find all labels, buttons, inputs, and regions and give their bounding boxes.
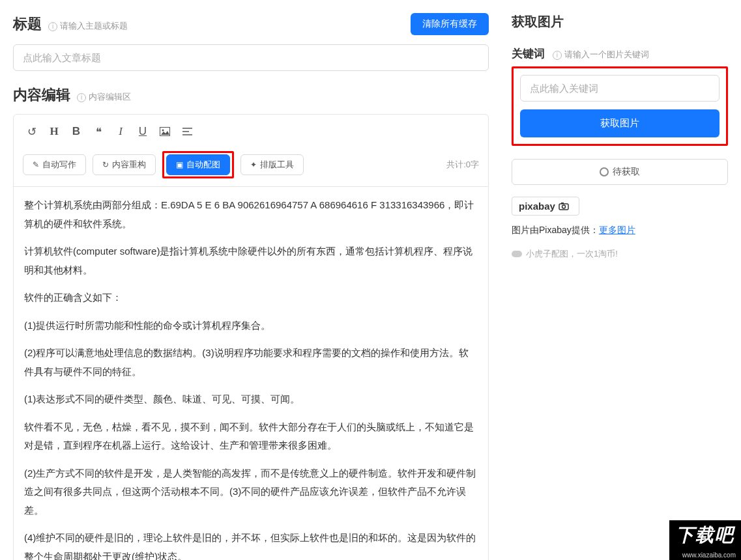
provider-prefix: 图片由Pixabay提供： — [512, 225, 599, 235]
content-paragraph: (4)维护不同的硬件是旧的，理论上软件是旧的，并不坏，但实际上软件也是旧的和坏的… — [24, 529, 478, 560]
restructure-button[interactable]: ↻内容重构 — [93, 154, 156, 175]
toolbar: ↺ H B ❝ I U ✎自动写作 ↻内容重构 ▣自动配图 ✦排版工具 共计:0… — [13, 114, 489, 187]
circle-icon — [600, 167, 609, 176]
keyword-label: 关键词 — [512, 48, 545, 60]
refresh-icon: ↻ — [102, 160, 109, 169]
footer-note-text: 小虎子配图，一次1淘币! — [526, 248, 618, 260]
title-input[interactable] — [13, 44, 489, 71]
keyword-section: 关键词 i请输入一个图片关键词 — [512, 46, 728, 61]
content-editor[interactable]: 整个计算机系统由两部分组成：E.69DA 5 E 6 BA 9062616964… — [13, 187, 489, 560]
content-paragraph: 计算机软件(computer software)是指计算机系统中除硬件以外的所有… — [24, 242, 478, 279]
keyword-input[interactable] — [520, 75, 719, 102]
format-toolbar: ↺ H B ❝ I U — [23, 120, 479, 147]
clear-cache-button[interactable]: 清除所有缓存 — [411, 13, 489, 35]
title-left: 标题 i请输入主题或标题 — [13, 14, 128, 34]
content-paragraph: 软件看不见，无色，枯燥，看不见，摸不到，闻不到。软件大部分存在于人们的头脑或纸上… — [24, 418, 478, 455]
get-image-button[interactable]: 获取图片 — [520, 109, 719, 137]
auto-image-button[interactable]: ▣自动配图 — [166, 154, 230, 175]
keyword-hint: i请输入一个图片关键词 — [553, 49, 649, 59]
wait-label: 待获取 — [613, 166, 640, 178]
content-section: 内容编辑 i内容编辑区 ↺ H B ❝ I U ✎自动写作 ↻内容重构 ▣自动配… — [13, 85, 489, 560]
action-toolbar: ✎自动写作 ↻内容重构 ▣自动配图 ✦排版工具 共计:0字 — [23, 147, 479, 181]
underline-icon[interactable]: U — [134, 122, 152, 141]
pixabay-text: pixabay — [519, 201, 555, 212]
picture-icon: ▣ — [176, 160, 183, 169]
tool-icon: ✦ — [250, 160, 257, 169]
content-paragraph: (2)程序可以满意地处理信息的数据结构。(3)说明程序功能要求和程序需要的文档的… — [24, 344, 478, 381]
watermark-url: www.xiazaiba.com — [669, 550, 741, 560]
auto-write-label: 自动写作 — [42, 159, 76, 171]
highlight-box: ▣自动配图 — [162, 151, 234, 178]
bold-icon[interactable]: B — [67, 122, 85, 141]
title-hint: i请输入主题或标题 — [48, 20, 128, 32]
auto-write-button[interactable]: ✎自动写作 — [23, 154, 86, 175]
main-column: 标题 i请输入主题或标题 清除所有缓存 内容编辑 i内容编辑区 ↺ H B ❝ … — [0, 0, 502, 560]
content-paragraph: 整个计算机系统由两部分组成：E.69DA 5 E 6 BA 9062616964… — [24, 196, 478, 233]
svg-rect-7 — [561, 203, 564, 204]
title-heading: 标题 — [13, 14, 42, 34]
content-paragraph: (1)表达形式不同的硬件类型、颜色、味道、可见、可摸、可闻。 — [24, 390, 478, 409]
word-count: 共计:0字 — [446, 159, 479, 171]
heading-icon[interactable]: H — [45, 122, 63, 141]
watermark: 下载吧 www.xiazaiba.com — [669, 520, 741, 560]
sidebar: 获取图片 关键词 i请输入一个图片关键词 获取图片 待获取 pixabay 图片… — [502, 0, 741, 560]
svg-point-1 — [162, 130, 164, 132]
align-icon[interactable] — [178, 122, 196, 141]
provider-text: 图片由Pixabay提供：更多图片 — [512, 225, 728, 236]
image-icon[interactable] — [156, 122, 174, 141]
content-hint: i内容编辑区 — [77, 91, 131, 103]
title-header: 标题 i请输入主题或标题 清除所有缓存 — [13, 13, 489, 35]
title-hint-text: 请输入主题或标题 — [60, 21, 128, 31]
undo-icon[interactable]: ↺ — [23, 122, 41, 141]
highlight-box-sidebar: 获取图片 — [512, 66, 728, 146]
content-paragraph: (2)生产方式不同的软件是开发，是人类智能的高发挥，而不是传统意义上的硬件制造。… — [24, 464, 478, 520]
wait-button[interactable]: 待获取 — [512, 159, 728, 185]
pencil-icon: ✎ — [33, 160, 39, 169]
content-heading: 内容编辑 — [13, 85, 70, 105]
content-hint-text: 内容编辑区 — [89, 92, 131, 102]
footer-note: 小虎子配图，一次1淘币! — [512, 248, 728, 260]
get-image-heading: 获取图片 — [512, 13, 728, 31]
info-icon: i — [48, 22, 57, 31]
cloud-icon — [512, 251, 522, 257]
content-paragraph: 软件的正确含义如下： — [24, 288, 478, 307]
more-images-link[interactable]: 更多图片 — [599, 225, 635, 235]
layout-tool-label: 排版工具 — [260, 159, 294, 171]
content-header: 内容编辑 i内容编辑区 — [13, 85, 489, 105]
svg-point-6 — [562, 205, 565, 208]
info-icon: i — [553, 51, 562, 60]
pixabay-badge: pixabay — [512, 197, 579, 216]
info-icon: i — [77, 93, 86, 102]
italic-icon[interactable]: I — [111, 122, 130, 141]
quote-icon[interactable]: ❝ — [89, 122, 108, 141]
auto-image-label: 自动配图 — [186, 159, 220, 171]
restructure-label: 内容重构 — [112, 159, 146, 171]
watermark-title: 下载吧 — [669, 520, 741, 550]
keyword-hint-text: 请输入一个图片关键词 — [564, 49, 649, 59]
camera-icon — [558, 202, 572, 211]
content-paragraph: (1)提供运行时所需功能和性能的命令或计算机程序集合。 — [24, 316, 478, 335]
layout-tool-button[interactable]: ✦排版工具 — [240, 154, 304, 175]
